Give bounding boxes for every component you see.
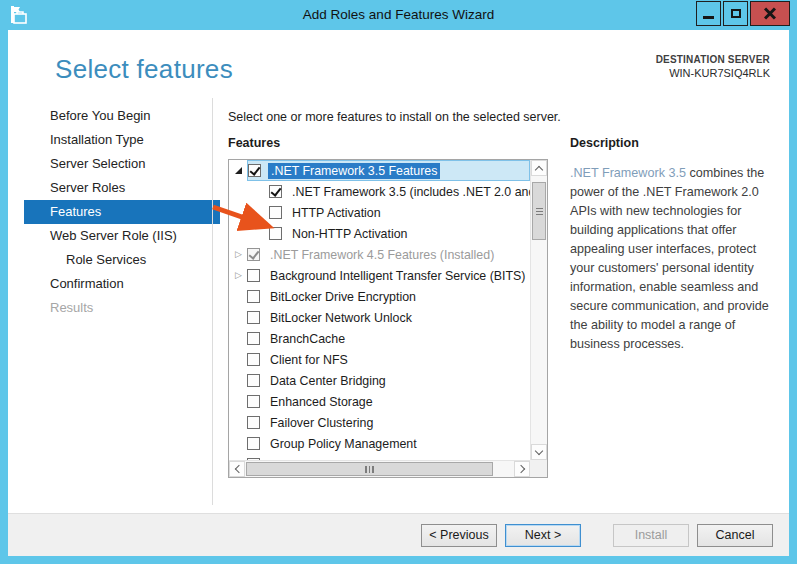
expander-icon	[232, 353, 245, 366]
features-tree: .NET Framework 3.5 Features .NET Framewo…	[228, 159, 548, 478]
feature-row-branchcache[interactable]: BranchCache	[229, 328, 530, 349]
description-text: .NET Framework 3.5 combines the power of…	[570, 164, 778, 354]
feature-row-failover-clustering[interactable]: Failover Clustering	[229, 412, 530, 433]
wizard-content: Select features DESTINATION SERVER WIN-K…	[8, 30, 789, 513]
button-label: Cancel	[716, 528, 755, 542]
feature-checkbox[interactable]	[248, 164, 261, 177]
feature-row-enhanced-storage[interactable]: Enhanced Storage	[229, 391, 530, 412]
feature-checkbox[interactable]	[247, 437, 260, 450]
expander-icon	[232, 416, 245, 429]
feature-label: .NET Framework 3.5 Features	[268, 163, 440, 179]
scroll-right-button[interactable]	[514, 461, 530, 477]
feature-row-http-activation[interactable]: HTTP Activation	[229, 202, 530, 223]
feature-checkbox[interactable]	[247, 290, 260, 303]
sidebar-item-label: Confirmation	[50, 276, 124, 291]
feature-label: HTTP Activation	[289, 205, 384, 221]
minimize-icon	[703, 16, 714, 19]
scroll-up-button[interactable]	[531, 160, 547, 176]
feature-checkbox[interactable]	[247, 395, 260, 408]
button-label: Install	[635, 528, 668, 542]
feature-checkbox[interactable]	[247, 269, 260, 282]
feature-checkbox[interactable]	[247, 416, 260, 429]
feature-checkbox[interactable]	[269, 185, 282, 198]
scroll-down-button[interactable]	[531, 444, 547, 460]
next-button[interactable]: Next >	[505, 524, 581, 547]
feature-row-client-for-nfs[interactable]: Client for NFS	[229, 349, 530, 370]
feature-checkbox[interactable]	[247, 332, 260, 345]
maximize-button[interactable]	[723, 1, 748, 26]
feature-row-net-framework-3-5-features[interactable]: .NET Framework 3.5 Features	[229, 160, 530, 181]
horizontal-scroll-thumb[interactable]	[246, 462, 493, 476]
description-title: Description	[570, 136, 778, 150]
vertical-scroll-thumb[interactable]	[532, 182, 546, 240]
sidebar-item-label: Server Roles	[50, 180, 125, 195]
sidebar-item-label: Features	[50, 204, 101, 219]
sidebar-item-label: Before You Begin	[50, 108, 150, 123]
sidebar-item-server-selection[interactable]: Server Selection	[24, 152, 220, 176]
expander-icon	[232, 332, 245, 345]
wizard-steps-nav: Before You BeginInstallation TypeServer …	[24, 104, 220, 320]
features-tree-rows: .NET Framework 3.5 Features .NET Framewo…	[229, 160, 530, 460]
description-body: combines the power of the .NET Framework…	[570, 166, 769, 351]
expander-icon[interactable]: ▷	[232, 269, 245, 282]
sidebar-item-features[interactable]: Features	[24, 200, 220, 224]
feature-label: Data Center Bridging	[267, 373, 389, 389]
sidebar-item-installation-type[interactable]: Installation Type	[24, 128, 220, 152]
footer: < PreviousNext >InstallCancel	[8, 513, 789, 556]
feature-checkbox[interactable]	[269, 206, 282, 219]
feature-label: Failover Clustering	[267, 415, 376, 431]
vertical-scrollbar[interactable]	[530, 160, 547, 460]
sidebar-item-results: Results	[24, 296, 220, 320]
wizard-window: Add Roles and Features Wizard Select fea…	[0, 0, 797, 564]
scrollbar-corner	[530, 460, 547, 477]
sidebar-item-server-roles[interactable]: Server Roles	[24, 176, 220, 200]
titlebar: Add Roles and Features Wizard	[0, 0, 797, 30]
feature-checkbox[interactable]	[269, 227, 282, 240]
scroll-left-button[interactable]	[229, 461, 245, 477]
feature-row-bitlocker-network-unlock[interactable]: BitLocker Network Unlock	[229, 307, 530, 328]
destination-server-label: DESTINATION SERVER	[656, 54, 770, 65]
description-feature-name: .NET Framework 3.5	[570, 166, 686, 180]
close-button[interactable]	[750, 1, 790, 26]
feature-row-data-center-bridging[interactable]: Data Center Bridging	[229, 370, 530, 391]
feature-checkbox[interactable]	[247, 248, 260, 261]
chevron-down-icon	[535, 446, 543, 454]
chevron-left-icon	[234, 465, 242, 473]
feature-row-non-http-activation[interactable]: Non-HTTP Activation	[229, 223, 530, 244]
chevron-up-icon	[535, 165, 543, 173]
expander-icon[interactable]	[232, 164, 245, 177]
feature-row-group-policy-management[interactable]: Group Policy Management	[229, 433, 530, 454]
close-icon	[763, 7, 777, 21]
sidebar-item-role-services[interactable]: Role Services	[24, 248, 220, 272]
horizontal-scrollbar[interactable]	[229, 460, 530, 477]
cancel-button[interactable]: Cancel	[697, 524, 773, 547]
server-name: WIN-KUR7SIQ4RLK	[656, 67, 770, 79]
sidebar-item-confirmation[interactable]: Confirmation	[24, 272, 220, 296]
expander-icon	[232, 437, 245, 450]
feature-label: Enhanced Storage	[267, 394, 376, 410]
instruction-text: Select one or more features to install o…	[228, 110, 561, 124]
sidebar-item-before-you-begin[interactable]: Before You Begin	[24, 104, 220, 128]
feature-row-net-framework-4-5-features-installed[interactable]: ▷ .NET Framework 4.5 Features (Installed…	[229, 244, 530, 265]
sidebar-item-web-server-role-iis[interactable]: Web Server Role (IIS)	[24, 224, 220, 248]
expander-icon	[232, 395, 245, 408]
feature-label: Background Intelligent Transfer Service …	[267, 268, 529, 284]
page-title: Select features	[55, 54, 233, 85]
expander-icon	[232, 290, 245, 303]
sidebar-item-label: Results	[50, 300, 93, 315]
feature-checkbox[interactable]	[247, 374, 260, 387]
window-title: Add Roles and Features Wizard	[0, 7, 797, 22]
feature-label: Client for NFS	[267, 352, 351, 368]
feature-row-background-intelligent-transfer-service-bits[interactable]: ▷ Background Intelligent Transfer Servic…	[229, 265, 530, 286]
expander-icon	[254, 185, 267, 198]
feature-checkbox[interactable]	[247, 353, 260, 366]
minimize-button[interactable]	[696, 1, 721, 26]
feature-checkbox[interactable]	[247, 311, 260, 324]
feature-row-net-framework-3-5-includes-net-2-0-and-3-0[interactable]: .NET Framework 3.5 (includes .NET 2.0 an…	[229, 181, 530, 202]
expander-icon[interactable]: ▷	[232, 248, 245, 261]
previous-button[interactable]: < Previous	[421, 524, 497, 547]
expander-icon	[232, 374, 245, 387]
expander-icon	[254, 227, 267, 240]
feature-row-bitlocker-drive-encryption[interactable]: BitLocker Drive Encryption	[229, 286, 530, 307]
feature-label: Non-HTTP Activation	[289, 226, 410, 242]
